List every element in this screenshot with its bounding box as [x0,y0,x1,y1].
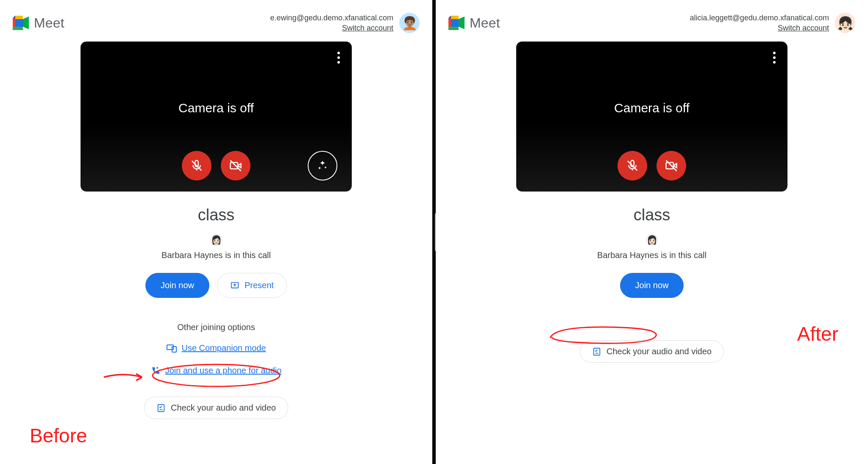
brand-name: Meet [34,15,64,31]
brand: Meet [448,15,500,31]
companion-mode-link[interactable]: Use Companion mode [161,341,272,356]
participants: 👩🏻 Barbara Haynes is in this call [436,233,868,260]
phone-icon [151,366,160,375]
video-preview: Camera is off [81,42,352,192]
present-icon [230,281,239,290]
svg-rect-9 [158,404,164,411]
present-button[interactable]: Present [217,273,287,298]
svg-rect-1 [13,27,23,30]
mic-toggle-button[interactable] [182,151,211,181]
meeting-title: class [0,206,432,224]
companion-mode-label: Use Companion mode [182,343,266,353]
check-av-button[interactable]: Check your audio and video [144,397,288,419]
other-options-heading: Other joining options [0,322,432,332]
participant-text: Barbara Haynes is in this call [161,250,271,260]
visual-effects-button[interactable] [308,151,337,181]
checklist-icon [156,403,166,413]
video-preview: Camera is off [516,42,787,192]
switch-account-link[interactable]: Switch account [270,23,393,33]
more-options-icon[interactable] [771,49,778,66]
pane-after: Meet alicia.leggett@gedu.demo.xfanatical… [436,0,868,464]
check-av-label: Check your audio and video [606,347,712,356]
meet-logo-icon [448,16,465,30]
camera-toggle-button[interactable] [657,151,686,181]
account-block: e.ewing@gedu.demo.xfanatical.com Switch … [270,13,420,33]
checklist-icon [592,347,601,356]
switch-account-link[interactable]: Switch account [690,23,829,33]
meet-logo-icon [13,16,30,30]
account-block: alicia.leggett@gedu.demo.xfanatical.com … [690,13,855,33]
participant-avatar: 👩🏻 [645,233,658,246]
svg-rect-17 [594,348,600,355]
camera-status: Camera is off [178,101,254,115]
avatar[interactable]: 🧑🏽‍🦱 [399,13,420,33]
participant-avatar: 👩🏻 [210,233,223,246]
phone-audio-label: Join and use a phone for audio [165,366,282,375]
split-divider [432,0,436,464]
pane-before: Meet e.ewing@gedu.demo.xfanatical.com Sw… [0,0,432,464]
svg-rect-2 [15,16,23,19]
participants: 👩🏻 Barbara Haynes is in this call [0,233,432,260]
check-av-label: Check your audio and video [171,403,276,413]
account-email: alicia.leggett@gedu.demo.xfanatical.com [690,13,829,23]
camera-toggle-button[interactable] [221,151,250,181]
join-now-button[interactable]: Join now [620,273,684,298]
join-now-button[interactable]: Join now [145,273,209,298]
avatar[interactable]: 👧🏻 [835,13,855,33]
phone-audio-link[interactable]: Join and use a phone for audio [145,363,288,378]
svg-rect-12 [448,27,459,30]
header: Meet alicia.leggett@gedu.demo.xfanatical… [436,0,868,37]
annotation-after-label: After [797,322,838,345]
more-options-icon[interactable] [335,49,342,66]
header: Meet e.ewing@gedu.demo.xfanatical.com Sw… [0,0,432,37]
participant-text: Barbara Haynes is in this call [597,250,707,260]
svg-rect-13 [451,16,459,19]
camera-status: Camera is off [614,101,690,115]
check-av-button[interactable]: Check your audio and video [580,340,724,363]
meeting-title: class [436,206,868,224]
devices-icon [167,344,177,353]
brand-name: Meet [470,15,500,31]
mic-toggle-button[interactable] [618,151,647,181]
present-label: Present [245,281,274,290]
account-email: e.ewing@gedu.demo.xfanatical.com [270,13,393,23]
annotation-before-label: Before [30,424,87,447]
brand: Meet [13,15,64,31]
